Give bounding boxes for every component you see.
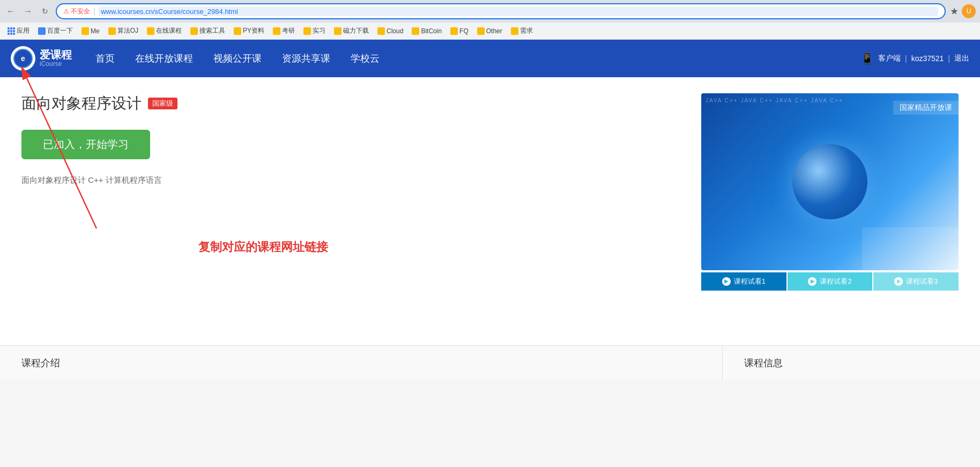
bookmark-folder-icon [234,27,241,35]
bookmark-cili[interactable]: 磁力下载 [331,25,372,37]
security-label: 不安全 [71,7,90,16]
bookmark-label: FQ [459,27,469,35]
lock-icon: ⚠ [63,8,69,15]
bookmark-label: PY资料 [243,26,264,35]
divider2: | [948,54,950,63]
bookmark-other[interactable]: Other [474,26,506,36]
course-preview-bar: 课程试看1 课程试看2 课程试看3 [701,272,959,291]
bookmark-label: BitCoin [421,27,442,35]
preview-label-1: 课程试看1 [734,277,766,286]
logo-inner: e [13,49,33,68]
keyboard-hint [862,227,959,270]
bookmark-folder-icon [477,27,485,35]
bookmark-xuqiu[interactable]: 需求 [508,25,536,37]
logo-main-text: 爱课程 [40,49,72,60]
course-title-row: 面向对象程序设计 国家级 [21,93,669,114]
content-left: 面向对象程序设计 国家级 已加入，开始学习 面向对象程序设计 C++ 计算机程序… [21,93,680,329]
back-button[interactable]: ← [4,5,17,18]
client-label[interactable]: 客户端 [878,54,901,63]
course-title: 面向对象程序设计 [21,93,142,114]
bookmark-label: 磁力下载 [343,26,369,35]
bookmark-bitcoin[interactable]: BitCoin [409,26,445,36]
bookmark-shixi[interactable]: 实习 [300,25,329,37]
preview-label-2: 课程试看2 [820,277,851,286]
start-learning-button[interactable]: 已加入，开始学习 [21,130,150,159]
bookmark-label: 实习 [313,26,325,35]
bookmark-online[interactable]: 在线课程 [144,25,185,37]
java-watermark: JAVA C++ JAVA C++ JAVA C++ JAVA C++ [706,98,843,103]
logo-area[interactable]: e 爱课程 iCourse [11,46,72,71]
main-content: 面向对象程序设计 国家级 已加入，开始学习 面向对象程序设计 C++ 计算机程序… [0,77,980,345]
preview-btn-2[interactable]: 课程试看2 [788,272,873,291]
bookmark-label: Me [91,27,100,35]
course-info-section: 课程信息 [723,346,980,380]
bookmark-label: 考研 [282,26,295,35]
logo-sub-text: iCourse [40,60,72,68]
bookmark-folder-icon [38,27,46,35]
user-avatar: U [962,4,976,18]
bookmark-folder-icon [412,27,419,35]
bookmark-apps[interactable]: 应用 [4,25,33,37]
apps-label: 应用 [17,26,29,35]
bookmark-folder-icon [273,27,280,35]
divider: | [905,54,907,63]
bookmark-cloud[interactable]: Cloud [374,26,406,36]
logout-button[interactable]: 退出 [954,54,969,63]
course-intro-section: 课程介绍 [0,346,723,380]
course-info-title: 课程信息 [744,357,959,369]
nav-open-course[interactable]: 在线开放课程 [133,48,195,69]
bookmark-suanfa[interactable]: 算法OJ [105,25,142,37]
course-image: 国家精品开放课 JAVA C++ JAVA C++ JAVA C++ JAVA … [701,93,959,270]
logo-text: 爱课程 iCourse [40,49,72,68]
bookmark-folder-icon [190,27,198,35]
url-separator: | [93,6,95,16]
globe-visual [792,144,867,219]
url-bar[interactable]: ⚠ 不安全 | www.icourses.cn/sCourse/course_2… [56,3,946,19]
course-image-label: 国家精品开放课 [893,101,959,115]
bookmark-folder-icon [81,27,89,35]
content-right: 国家精品开放课 JAVA C++ JAVA C++ JAVA C++ JAVA … [701,93,959,329]
nav-school-cloud[interactable]: 学校云 [348,48,382,69]
url-text: www.icourses.cn/sCourse/course_2984.html [99,7,938,16]
course-intro-title: 课程介绍 [21,357,701,369]
level-badge: 国家级 [148,98,177,109]
nav-resource-course[interactable]: 资源共享课 [280,48,332,69]
main-nav: 首页 在线开放课程 视频公开课 资源共享课 学校云 [93,48,860,69]
bookmark-folder-icon [147,27,154,35]
bookmark-star[interactable]: ★ [950,5,959,17]
play-icon-3 [894,277,903,286]
bookmark-label: 需求 [520,26,533,35]
mobile-icon: 📱 [860,52,874,65]
bookmark-me[interactable]: Me [78,26,103,36]
bookmark-kaoyan[interactable]: 考研 [270,25,298,37]
security-indicator: ⚠ 不安全 [63,7,90,16]
nav-video-course[interactable]: 视频公开课 [211,48,264,69]
play-icon-2 [808,277,816,286]
bookmark-label: 算法OJ [117,26,138,35]
refresh-button[interactable]: ↻ [39,5,51,18]
bookmark-folder-icon [108,27,116,35]
bookmark-search[interactable]: 搜索工具 [187,25,228,37]
preview-btn-3[interactable]: 课程试看3 [873,272,959,291]
bookmark-label: 搜索工具 [199,26,225,35]
bookmark-folder-icon [450,27,458,35]
bookmark-label: Other [486,27,502,35]
preview-label-3: 课程试看3 [906,277,938,286]
nav-home[interactable]: 首页 [93,48,117,69]
forward-button[interactable]: → [21,5,34,18]
bookmark-folder-icon [511,27,518,35]
site-header: e 爱课程 iCourse 首页 在线开放课程 视频公开课 资源共享课 学校云 … [0,40,980,77]
annotation-text: 复制对应的课程网址链接 [198,239,328,255]
bookmark-fq[interactable]: FQ [447,26,472,36]
bookmark-baidu[interactable]: 百度一下 [35,25,76,37]
bookmark-label: 百度一下 [47,26,73,35]
bottom-section: 课程介绍 课程信息 [0,345,980,380]
play-icon-1 [722,277,731,286]
preview-btn-1[interactable]: 课程试看1 [701,272,786,291]
apps-grid-icon [8,27,15,35]
logo-icon: e [11,46,35,71]
username-label: koz37521 [911,54,944,63]
bookmark-folder-icon [334,27,341,35]
bookmark-folder-icon [377,27,385,35]
bookmark-py[interactable]: PY资料 [231,25,268,37]
